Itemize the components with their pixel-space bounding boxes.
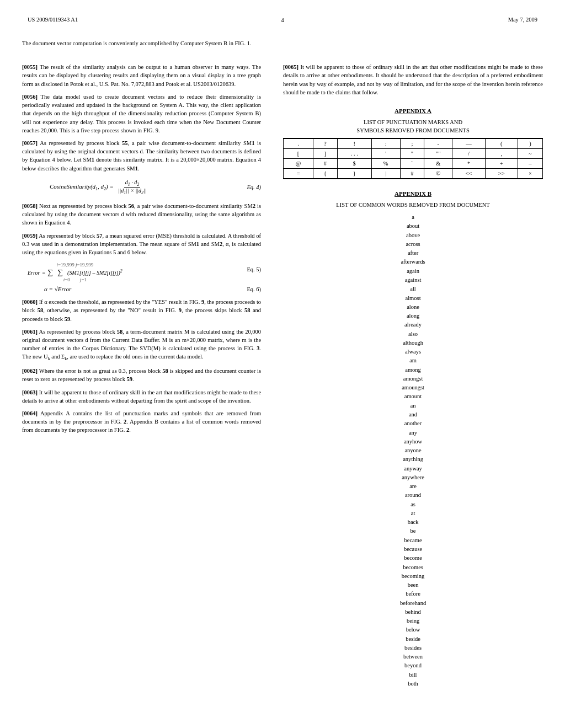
list-item: beyond — [283, 661, 543, 670]
para-text-0056: The data model used to create document v… — [22, 94, 261, 133]
paragraph-0061: [0061] As represented by process block 5… — [22, 328, 261, 362]
equation-5-formula: i=19,999 j=19,999 Error = ∑ ∑ (SM1[i][j]… — [28, 262, 122, 282]
list-item: became — [283, 536, 543, 545]
para-text-0064: Appendix A contains the list of punctuat… — [22, 410, 261, 433]
table-cell: | — [371, 169, 400, 179]
para-num-0057: [0057] — [22, 140, 38, 146]
list-item: at — [283, 509, 543, 518]
list-item: any — [283, 429, 543, 437]
para-num-0055: [0055] — [22, 64, 38, 70]
table-cell: + — [485, 159, 518, 169]
list-item: and — [283, 410, 543, 419]
para-num-0064: [0064] — [22, 410, 38, 416]
list-item: besides — [283, 644, 543, 652]
table-cell: ] — [313, 149, 337, 159]
para-num-0060: [0060] — [22, 299, 38, 305]
paragraph-0060: [0060] If α exceeds the threshold, as re… — [22, 298, 261, 323]
punctuation-table: . ? ! : ; - — ( ) [ ] — [283, 138, 543, 179]
list-item: back — [283, 518, 543, 527]
table-cell: [ — [284, 149, 313, 159]
table-cell: / — [452, 149, 485, 159]
table-cell: × — [518, 169, 542, 179]
paragraph-0058: [0058] Next as represented by process bl… — [22, 202, 261, 227]
table-cell: © — [424, 169, 452, 179]
list-item: about — [283, 222, 543, 231]
table-cell: . — [284, 138, 313, 149]
list-item: amount — [283, 392, 543, 401]
paragraph-0059: [0059] As represented by block 57, a mea… — [22, 232, 261, 257]
para-num-0061: [0061] — [22, 329, 38, 335]
list-item: already — [283, 320, 543, 329]
list-item: bill — [283, 671, 543, 679]
appendix-a-title: APPENDIX A — [283, 108, 543, 114]
para-text-0061: As represented by process block 58, a te… — [22, 329, 261, 360]
table-cell: & — [424, 159, 452, 169]
right-column: [0065] It will be apparent to those of o… — [272, 63, 543, 688]
list-item: are — [283, 482, 543, 491]
list-item: behind — [283, 608, 543, 617]
paragraph-0055: [0055] The result of the similarity anal… — [22, 63, 261, 88]
list-item: as — [283, 500, 543, 509]
appendix-b-subtitle: LIST OF COMMON WORDS REMOVED FROM DOCUME… — [283, 201, 543, 210]
para-num-0059: [0059] — [22, 233, 38, 239]
page-header: US 2009/0119343 A1 4 May 7, 2009 — [0, 17, 565, 31]
list-item: before — [283, 590, 543, 598]
list-item: between — [283, 652, 543, 661]
list-item: anyone — [283, 446, 543, 455]
paragraph-0064: [0064] Appendix A contains the list of p… — [22, 409, 261, 435]
table-cell: – — [518, 159, 542, 169]
equation-4-label: Eq. 4) — [247, 184, 261, 190]
left-column: [0055] The result of the similarity anal… — [22, 63, 272, 688]
para-num-0065: [0065] — [283, 64, 299, 70]
list-item: above — [283, 231, 543, 240]
equation-5-label: Eq. 5) — [247, 266, 261, 272]
table-cell: ~ — [518, 149, 542, 159]
para-text-0063: It will be apparent to those of ordinary… — [22, 389, 261, 404]
paragraph-0062: [0062] Where the error is not as great a… — [22, 367, 261, 383]
paragraph-0056: [0056] The data model used to create doc… — [22, 93, 261, 135]
para-text-0062: Where the error is not as great as 0.3, … — [22, 368, 261, 382]
equation-6-label: Eq. 6) — [247, 286, 261, 292]
table-cell: $ — [337, 159, 371, 169]
list-item: anywhere — [283, 473, 543, 482]
list-item: beforehand — [283, 599, 543, 608]
table-cell: . . . — [337, 149, 371, 159]
list-item: among — [283, 366, 543, 374]
list-item: again — [283, 267, 543, 276]
list-item: an — [283, 402, 543, 410]
appendix-a-section: APPENDIX A LIST OF PUNCTUATION MARKS AND… — [283, 108, 543, 179]
header-right: May 7, 2009 — [508, 17, 537, 23]
table-cell: * — [452, 159, 485, 169]
para-text-0059: As represented by block 57, a mean squar… — [22, 233, 261, 255]
table-cell: " — [400, 149, 424, 159]
list-item: almost — [283, 294, 543, 303]
list-item: being — [283, 617, 543, 625]
list-item: also — [283, 330, 543, 339]
list-item: against — [283, 276, 543, 285]
table-cell: "" — [424, 149, 452, 159]
intro-text: The document vector computation is conve… — [0, 31, 565, 47]
table-cell: , — [485, 149, 518, 159]
list-item: amongst — [283, 374, 543, 383]
paragraph-0057: [0057] As represented by process block 5… — [22, 139, 261, 173]
list-item: because — [283, 545, 543, 554]
appendix-b-title: APPENDIX B — [283, 190, 543, 197]
list-item: across — [283, 240, 543, 249]
two-column-layout: [0055] The result of the similarity anal… — [0, 52, 565, 688]
list-item: beside — [283, 635, 543, 644]
list-item: anyway — [283, 464, 543, 473]
list-item: afterwards — [283, 258, 543, 266]
table-cell: ` — [400, 159, 424, 169]
list-item: all — [283, 285, 543, 293]
list-item: becomes — [283, 563, 543, 572]
equation-6-formula: α = √Error — [44, 286, 71, 292]
table-row: @ # $ % ` & * + – — [284, 159, 543, 169]
table-cell: @ — [284, 159, 313, 169]
page-container: US 2009/0119343 A1 4 May 7, 2009 The doc… — [0, 0, 565, 728]
equation-4-block: CosineSimilarity(d1, d2) = d1 · d2 ||d1|… — [33, 179, 261, 195]
header-page-num: 4 — [281, 17, 284, 23]
common-words-list: a about above across after afterwards ag… — [283, 213, 543, 688]
table-cell: = — [284, 169, 313, 179]
para-num-0056: [0056] — [22, 94, 38, 100]
list-item: anyhow — [283, 437, 543, 446]
